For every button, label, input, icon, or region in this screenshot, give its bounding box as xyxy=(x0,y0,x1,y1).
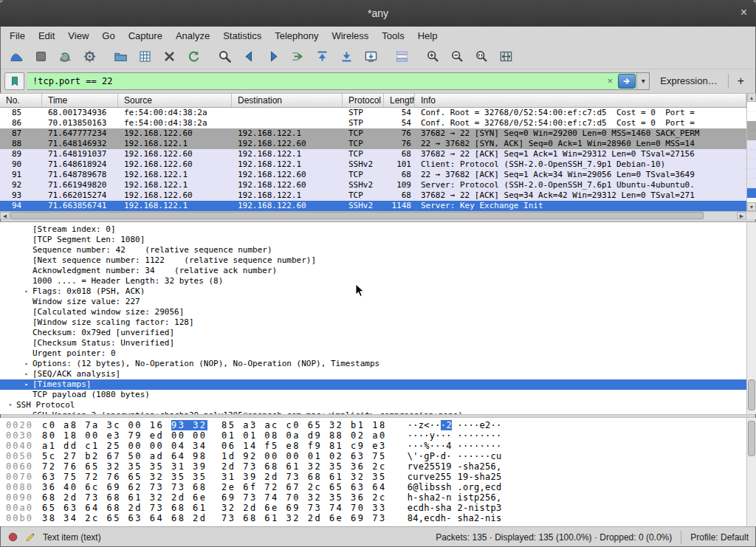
hex-row[interactable]: 007063 75 72 76 65 32 35 35 31 39 2d 73 … xyxy=(6,472,756,482)
menu-item-go[interactable]: Go xyxy=(95,28,121,44)
detail-line[interactable]: [Stream index: 0] xyxy=(0,224,746,235)
filter-field[interactable]: !tcp.port == 22 × ▾ xyxy=(27,72,650,90)
hex-row[interactable]: 0020c0 a8 7a 3c 00 16 93 32 85 a3 ac c0 … xyxy=(6,420,756,430)
reload-button[interactable] xyxy=(183,47,205,66)
menu-item-capture[interactable]: Capture xyxy=(122,28,169,44)
packet-row-93[interactable]: 9371.662015274192.168.122.60192.168.122.… xyxy=(0,190,746,201)
expander-icon[interactable]: ▸ xyxy=(21,286,32,297)
title-bar[interactable]: *any × xyxy=(0,0,756,27)
add-filter-button[interactable]: + xyxy=(732,75,752,88)
scroll-up-button[interactable]: ▲ xyxy=(747,93,756,102)
detail-line[interactable]: Acknowledgment number: 34 (relative ack … xyxy=(0,266,746,276)
detail-line[interactable]: ▸Options: (12 bytes), No-Operation (NOP)… xyxy=(0,359,746,369)
detail-line[interactable]: Window size value: 227 xyxy=(0,297,746,307)
detail-line[interactable]: [Checksum Status: Unverified] xyxy=(0,338,746,348)
menu-item-statistics[interactable]: Statistics xyxy=(216,28,268,44)
clear-filter-button[interactable]: × xyxy=(602,73,617,89)
menu-item-wireless[interactable]: Wireless xyxy=(325,28,375,44)
detail-line[interactable]: TCP payload (1080 bytes) xyxy=(0,390,746,400)
details-scroll-thumb[interactable] xyxy=(748,379,755,410)
packet-row-92[interactable]: 9271.661949820192.168.122.1192.168.122.6… xyxy=(0,180,746,190)
scroll-down-button[interactable]: ▼ xyxy=(747,202,756,211)
detail-line[interactable]: [Window size scaling factor: 128] xyxy=(0,317,746,328)
column-header-src[interactable]: Source xyxy=(118,94,232,107)
hscroll-thumb[interactable] xyxy=(10,212,704,219)
detail-line[interactable]: Urgent pointer: 0 xyxy=(0,348,746,359)
packet-list-scrollbar[interactable]: ▲ ▼ xyxy=(746,93,756,211)
go-forward-button[interactable] xyxy=(263,47,284,66)
column-header-dst[interactable]: Destination xyxy=(232,94,343,107)
capture-comment-button[interactable] xyxy=(25,531,36,543)
detail-line[interactable]: 1000 .... = Header Length: 32 bytes (8) xyxy=(0,276,746,286)
packet-row-88[interactable]: 8871.648146932192.168.122.1192.168.122.6… xyxy=(0,139,746,149)
packet-list-hscrollbar[interactable]: ◀ ▶ xyxy=(0,211,756,219)
column-header-info[interactable]: Info xyxy=(415,94,746,107)
detail-line[interactable]: [Next sequence number: 1122 (relative se… xyxy=(0,255,746,266)
hex-row[interactable]: 00a065 63 64 68 2d 73 68 61 32 2d 6e 69 … xyxy=(6,503,756,513)
hex-row[interactable]: 008036 40 6c 69 62 73 73 68 2e 6f 72 67 … xyxy=(6,482,756,492)
expander-icon[interactable]: ▸ xyxy=(21,379,32,390)
hex-scrollbar[interactable] xyxy=(746,418,756,526)
menu-item-tools[interactable]: Tools xyxy=(375,28,410,44)
menu-item-help[interactable]: Help xyxy=(411,28,444,44)
hex-row[interactable]: 006072 76 65 32 35 35 31 39 2d 73 68 61 … xyxy=(6,461,756,472)
menu-item-analyze[interactable]: Analyze xyxy=(169,28,216,44)
display-filter-input[interactable]: !tcp.port == 22 xyxy=(27,73,602,89)
colorize-button[interactable] xyxy=(391,47,413,66)
packet-row-89[interactable]: 8971.648191037192.168.122.60192.168.122.… xyxy=(0,149,746,159)
scroll-right-button[interactable]: ▶ xyxy=(737,212,746,219)
save-file-button[interactable] xyxy=(134,47,156,66)
restart-capture-button[interactable] xyxy=(55,47,76,66)
stop-capture-button[interactable] xyxy=(30,47,52,66)
menu-item-view[interactable]: View xyxy=(61,28,95,44)
hex-row[interactable]: 009068 2d 73 68 61 32 2d 6e 69 73 74 70 … xyxy=(6,492,756,503)
detail-line[interactable]: ▸[Timestamps] xyxy=(0,379,746,390)
detail-line[interactable]: Sequence number: 42 (relative sequence n… xyxy=(0,245,746,255)
column-header-no[interactable]: No. xyxy=(0,94,42,107)
scroll-left-button[interactable]: ◀ xyxy=(0,212,10,219)
packet-row-85[interactable]: 8568.001734936fe:54:00:d4:38:2aSTP54Conf… xyxy=(0,108,746,118)
hex-row[interactable]: 0040a1 dd c1 25 00 00 04 34 06 14 f5 e8 … xyxy=(6,441,756,451)
column-header-time[interactable]: Time xyxy=(42,94,118,107)
detail-line[interactable]: [TCP Segment Len: 1080] xyxy=(0,235,746,245)
go-to-packet-button[interactable] xyxy=(287,47,309,66)
expander-icon[interactable]: ▸ xyxy=(21,359,32,369)
expression-button[interactable]: Expression… xyxy=(653,75,724,86)
auto-scroll-button[interactable] xyxy=(360,47,382,66)
details-scrollbar[interactable] xyxy=(746,222,756,414)
expander-icon[interactable]: ▸ xyxy=(21,369,32,379)
hex-row[interactable]: 00b038 34 2c 65 63 64 68 2d 73 68 61 32 … xyxy=(6,513,756,523)
packet-row-90[interactable]: 9071.648618924192.168.122.60192.168.122.… xyxy=(0,159,746,170)
menu-item-telephony[interactable]: Telephony xyxy=(268,28,325,44)
detail-line[interactable]: ▸Flags: 0x018 (PSH, ACK) xyxy=(0,286,746,297)
packet-scroll-map[interactable] xyxy=(747,102,756,202)
menu-item-edit[interactable]: Edit xyxy=(32,28,61,44)
hex-scroll-thumb[interactable] xyxy=(748,421,755,456)
go-last-button[interactable] xyxy=(336,47,357,66)
zoom-in-button[interactable] xyxy=(422,47,444,66)
expert-info-button[interactable] xyxy=(7,531,18,543)
detail-line[interactable]: ▾SSH Protocol xyxy=(0,400,746,410)
hex-row[interactable]: 003080 18 00 e3 79 ed 00 00 01 01 08 0a … xyxy=(6,430,756,441)
start-capture-button[interactable] xyxy=(6,47,27,66)
go-back-button[interactable] xyxy=(238,47,260,66)
packet-row-87[interactable]: 8771.647777234192.168.122.60192.168.122.… xyxy=(0,128,746,139)
find-packet-button[interactable] xyxy=(214,47,236,66)
expander-icon[interactable]: ▾ xyxy=(4,400,16,410)
go-first-button[interactable] xyxy=(312,47,333,66)
resize-columns-button[interactable] xyxy=(495,47,517,66)
close-window-button[interactable]: × xyxy=(740,6,747,19)
packet-row-94[interactable]: 9471.663856741192.168.122.1192.168.122.6… xyxy=(0,201,746,211)
column-header-len[interactable]: Length xyxy=(384,94,415,107)
detail-line[interactable]: ▸[SEQ/ACK analysis] xyxy=(0,369,746,379)
hex-row[interactable]: 00505c 27 b2 67 50 ad 64 98 1d 92 00 00 … xyxy=(6,451,756,461)
column-header-proto[interactable]: Protocol xyxy=(343,94,384,107)
menu-item-file[interactable]: File xyxy=(3,28,32,44)
apply-filter-button[interactable] xyxy=(618,74,636,89)
detail-line[interactable]: Checksum: 0x79ed [unverified] xyxy=(0,328,746,338)
zoom-original-button[interactable] xyxy=(471,47,492,66)
open-file-button[interactable] xyxy=(110,47,131,66)
hscroll-track[interactable] xyxy=(10,212,737,219)
filter-bookmark-button[interactable] xyxy=(4,72,24,90)
filter-dropdown-button[interactable]: ▾ xyxy=(636,73,649,89)
